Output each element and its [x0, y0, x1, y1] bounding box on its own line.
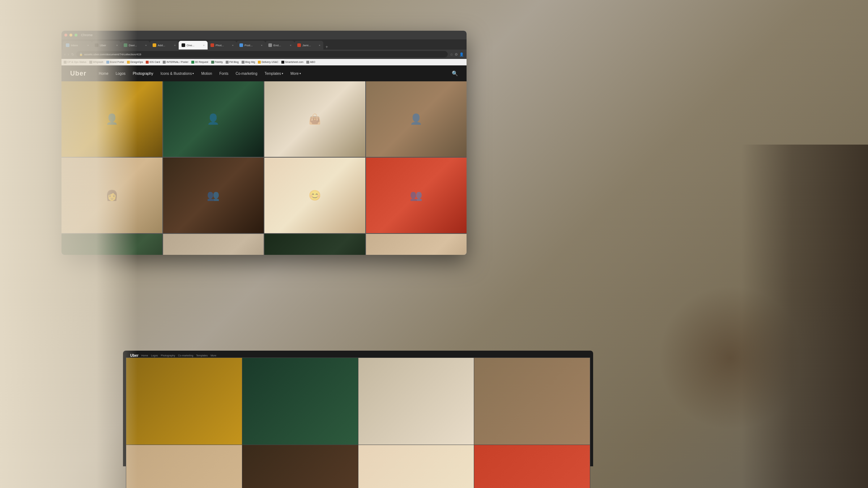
bookmark-delivery-label: Delivery US&C [261, 61, 278, 63]
nav-templates[interactable]: Templates ▾ [261, 65, 287, 81]
nav-templates-label: Templates [264, 72, 281, 76]
extensions-icon[interactable]: ⚙ [455, 52, 458, 56]
tab-jami-favicon [297, 43, 301, 47]
tab-dave-close[interactable]: × [145, 44, 147, 47]
bookmark-fidelity-label: Fidelity [215, 61, 223, 63]
photo-person-8: 👥 [366, 158, 467, 233]
tab-post-label: Post... [244, 44, 253, 47]
bookmark-internal-poster-label: INTERNAL / Poster [166, 61, 188, 63]
tab-phot-favicon [210, 43, 214, 47]
bookmark-ios-card[interactable]: IOS Card [146, 61, 160, 64]
nav-motion[interactable]: Motion [197, 65, 216, 81]
tab-phot-label: Phot... [216, 44, 224, 47]
bookmark-delivery-favicon [258, 61, 261, 64]
tab-jami-label: Jami... [302, 44, 311, 47]
second-laptop-screen-inner: Uber Home Logos Photography Co-marketing… [126, 354, 590, 463]
tab-one-close[interactable]: × [203, 44, 205, 47]
tab-jami-close[interactable]: × [319, 44, 320, 47]
tab-one-favicon [182, 43, 185, 47]
tab-end[interactable]: End... × [265, 41, 294, 50]
nav-fonts[interactable]: Fonts [216, 65, 232, 81]
address-bar-icons: ☆ ⚙ 👤 [450, 52, 464, 56]
bookmark-star-icon[interactable]: ☆ [450, 52, 453, 56]
photo-person-11: 😄 [264, 234, 365, 255]
new-tab-button[interactable]: + [323, 44, 330, 50]
tab-jami[interactable]: Jami... × [294, 41, 323, 50]
bookmark-smartsheet-label: Smartsheet.com [285, 61, 303, 63]
bookmark-3d-request-label: 3D Request [195, 61, 208, 63]
bookmark-3d-request[interactable]: 3D Request [191, 61, 208, 64]
second-laptop: Uber Home Logos Photography Co-marketing… [123, 351, 593, 488]
photo-cell-10[interactable]: 👩 [163, 234, 264, 255]
photo-cell-3[interactable]: 👜 [264, 81, 365, 157]
photo-cell-12[interactable]: 👥 [366, 234, 467, 255]
bookmark-blog-mig[interactable]: Blog Mig [242, 61, 255, 64]
left-blur-overlay [0, 0, 137, 488]
tab-post[interactable]: Post... × [237, 41, 265, 50]
bookmark-abo-label: ABO [310, 61, 315, 63]
nav-icons-arrow: ▾ [192, 72, 194, 75]
second-laptop-templates-label: Templates [196, 354, 208, 357]
tab-add-favicon [153, 43, 156, 47]
photo-person-12: 👥 [366, 234, 467, 255]
nav-icons-illustrations[interactable]: Icons & Illustrations ▾ [157, 65, 198, 81]
tab-one-active[interactable]: One... × [179, 41, 208, 50]
photo-person-2: 👤 [163, 81, 264, 157]
tab-phot-close[interactable]: × [232, 44, 234, 47]
photo-person-10: 👩 [163, 234, 264, 255]
bookmark-abo[interactable]: ABO [306, 61, 315, 64]
nav-comarketing[interactable]: Co-marketing [232, 65, 261, 81]
bookmark-fm-blog-favicon [226, 61, 229, 64]
second-laptop-more-label: More [210, 354, 216, 357]
bookmark-fm-blog-label: FM Blog [229, 61, 239, 63]
nav-more-arrow: ▾ [299, 72, 301, 75]
bookmark-fm-blog[interactable]: FM Blog [226, 61, 239, 64]
bookmark-internal-poster[interactable]: INTERNAL / Poster [163, 61, 188, 64]
tab-end-label: End... [273, 44, 281, 47]
bookmark-smartsheet[interactable]: Smartsheet.com [281, 61, 303, 64]
tab-phot[interactable]: Phot... × [208, 41, 237, 50]
tab-one-label: One... [187, 44, 195, 47]
nav-fonts-label: Fonts [219, 72, 228, 76]
tab-add[interactable]: Add... × [150, 41, 179, 50]
bookmark-fidelity-favicon [211, 61, 214, 64]
photo-cell-7[interactable]: 😊 [264, 158, 365, 233]
photo-cell-11[interactable]: 😄 [264, 234, 365, 255]
photo-person-7: 😊 [264, 158, 365, 233]
photo-cell-6[interactable]: 👥 [163, 158, 264, 233]
tab-post-favicon [239, 43, 243, 47]
nav-templates-arrow: ▾ [282, 72, 283, 75]
nav-comarketing-label: Co-marketing [235, 72, 257, 76]
tab-end-favicon [268, 43, 272, 47]
bookmark-smartsheet-favicon [281, 61, 284, 64]
tab-end-close[interactable]: × [290, 44, 292, 47]
photo-person-3: 👜 [264, 81, 365, 157]
bookmark-internal-poster-favicon [163, 61, 166, 64]
nav-more[interactable]: More ▾ [287, 65, 305, 81]
photo-cell-2[interactable]: 👤 [163, 81, 264, 157]
bookmark-ios-card-label: IOS Card [149, 61, 160, 63]
nav-search-button[interactable]: 🔍 [452, 70, 458, 76]
photo-person-6: 👥 [163, 158, 264, 233]
tab-add-label: Add... [158, 44, 165, 47]
tab-add-close[interactable]: × [174, 44, 176, 47]
tab-post-close[interactable]: × [261, 44, 263, 47]
bookmark-fidelity[interactable]: Fidelity [211, 61, 223, 64]
profile-icon[interactable]: 👤 [459, 52, 464, 56]
nav-more-label: More [290, 72, 299, 76]
nav-motion-label: Motion [201, 72, 212, 76]
bookmark-ios-card-favicon [146, 61, 149, 64]
right-blur-overlay [741, 145, 868, 488]
bookmark-blog-mig-label: Blog Mig [245, 61, 255, 63]
photo-cell-4[interactable]: 👤 [366, 81, 467, 157]
bookmark-3d-request-favicon [191, 61, 194, 64]
nav-icons-label: Icons & Illustrations [161, 72, 192, 76]
photo-cell-8[interactable]: 👥 [366, 158, 467, 233]
photo-person-4: 👤 [366, 81, 467, 157]
bookmark-abo-favicon [306, 61, 309, 64]
bookmark-delivery[interactable]: Delivery US&C [258, 61, 278, 64]
bookmark-blog-mig-favicon [242, 61, 244, 64]
second-laptop-screen: Uber Home Logos Photography Co-marketing… [123, 351, 593, 466]
